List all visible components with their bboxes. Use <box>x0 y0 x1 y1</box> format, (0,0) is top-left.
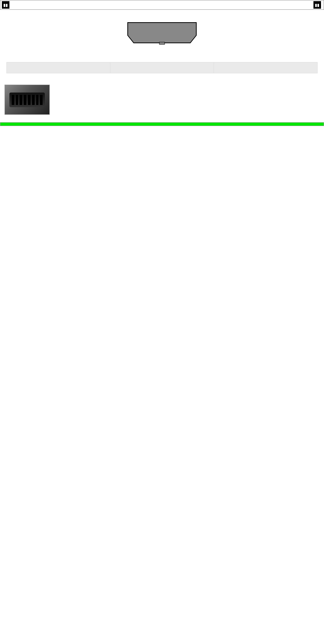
pin-table <box>6 62 318 73</box>
connector-photo <box>5 85 50 115</box>
connector-diagram <box>0 10 324 50</box>
status-desc <box>0 127 324 132</box>
th-desc <box>214 62 317 73</box>
status-bar <box>0 122 324 126</box>
th-name <box>110 62 214 73</box>
logo-left[interactable]: ▮▮ <box>2 1 11 9</box>
svg-rect-0 <box>159 42 165 44</box>
connector-icon: ▮▮ <box>2 1 9 9</box>
logo-right[interactable]: ▮▮ <box>313 1 322 9</box>
subtitle <box>0 57 324 62</box>
th-num <box>7 62 110 73</box>
header-bar: ▮▮ ▮▮ <box>0 0 324 10</box>
copyright <box>0 134 324 137</box>
last-updated <box>0 137 324 140</box>
connector-icon: ▮▮ <box>313 1 321 9</box>
